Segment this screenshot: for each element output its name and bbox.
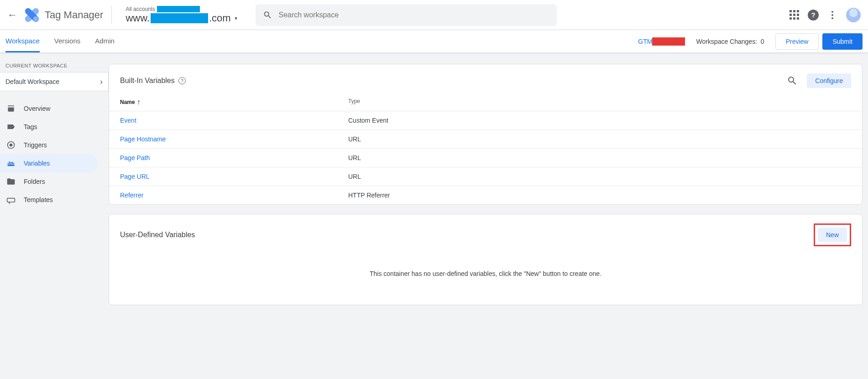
redacted-domain	[151, 13, 208, 23]
tag-icon	[6, 122, 16, 131]
variable-type: URL	[348, 135, 851, 143]
highlight-annotation: New	[814, 223, 851, 246]
sidebar-item-label: Tags	[24, 123, 37, 130]
col-type-header[interactable]: Type	[348, 98, 851, 106]
help-icon[interactable]: ?	[808, 10, 819, 21]
table-row[interactable]: Page Path URL	[109, 148, 862, 167]
variable-name[interactable]: Event	[120, 117, 348, 124]
card-search-icon[interactable]	[787, 75, 798, 86]
preview-button[interactable]: Preview	[775, 33, 819, 50]
sidebar-item-label: Templates	[24, 196, 53, 203]
search-icon	[263, 10, 272, 20]
variable-icon	[6, 159, 16, 168]
redacted-container	[652, 37, 685, 46]
overview-icon	[6, 104, 16, 113]
table-row[interactable]: Referrer HTTP Referrer	[109, 186, 862, 204]
help-icon[interactable]: ?	[178, 77, 186, 84]
search-input[interactable]	[278, 11, 549, 19]
variable-name[interactable]: Referrer	[120, 192, 348, 199]
svg-point-4	[10, 144, 13, 147]
variable-name[interactable]: Page URL	[120, 173, 348, 180]
sidebar-item-label: Variables	[24, 160, 50, 167]
search-bar[interactable]	[256, 4, 557, 26]
svg-point-2	[33, 16, 39, 21]
variable-type: URL	[348, 154, 851, 161]
table-row[interactable]: Page URL URL	[109, 167, 862, 186]
domain-suffix: .com	[209, 12, 231, 24]
domain-prefix: www.	[125, 12, 150, 24]
empty-message: This container has no user-defined varia…	[109, 252, 862, 305]
sidebar: CURRENT WORKSPACE Default Workspace › Ov…	[0, 53, 109, 325]
template-icon	[6, 195, 16, 204]
variable-type: HTTP Referrer	[348, 192, 851, 199]
sidebar-item-label: Overview	[24, 105, 50, 112]
table-row[interactable]: Event Custom Event	[109, 111, 862, 130]
nav-list: Overview Tags Triggers Variables Folders…	[0, 99, 109, 209]
logo-area: Tag Manager	[25, 6, 112, 24]
back-arrow-icon[interactable]: ←	[7, 5, 19, 25]
sub-nav: Workspace Versions Admin GTM Workspace C…	[0, 30, 868, 53]
gtm-logo-icon	[25, 8, 39, 22]
chevron-right-icon: ›	[100, 77, 103, 87]
sort-arrow-icon: ↑	[137, 98, 141, 106]
tab-workspace[interactable]: Workspace	[5, 30, 40, 52]
main-tabs: Workspace Versions Admin	[5, 30, 115, 52]
sidebar-item-label: Folders	[24, 178, 45, 185]
variable-name[interactable]: Page Hostname	[120, 135, 348, 143]
header-icons: ?	[789, 8, 861, 22]
sidebar-item-templates[interactable]: Templates	[0, 191, 98, 209]
tab-admin[interactable]: Admin	[95, 30, 115, 52]
top-header: ← Tag Manager All accounts www. .com ▾ ?	[0, 0, 868, 30]
configure-button[interactable]: Configure	[807, 73, 851, 88]
sidebar-item-overview[interactable]: Overview	[0, 99, 98, 118]
variable-type: URL	[348, 173, 851, 180]
sidebar-item-label: Triggers	[24, 141, 47, 149]
builtin-title: Built-In Variables ?	[120, 77, 186, 85]
current-workspace-label: CURRENT WORKSPACE	[0, 63, 109, 72]
submit-button[interactable]: Submit	[822, 33, 863, 50]
workspace-selector[interactable]: Default Workspace ›	[0, 72, 109, 91]
variable-name[interactable]: Page Path	[120, 154, 348, 161]
workspace-changes: Workspace Changes: 0	[696, 38, 764, 45]
container-id[interactable]: GTM	[638, 37, 685, 46]
all-accounts-label: All accounts	[125, 6, 155, 12]
folder-icon	[6, 177, 16, 186]
builtin-variables-card: Built-In Variables ? Configure Name ↑ Ty…	[109, 64, 863, 205]
avatar[interactable]	[846, 8, 861, 22]
table-header: Name ↑ Type	[109, 93, 862, 111]
sidebar-item-triggers[interactable]: Triggers	[0, 136, 98, 154]
workspace-name: Default Workspace	[5, 78, 59, 85]
more-icon[interactable]	[827, 10, 838, 21]
main-content: Built-In Variables ? Configure Name ↑ Ty…	[109, 53, 868, 325]
variable-type: Custom Event	[348, 117, 851, 124]
userdef-variables-card: User-Defined Variables New This containe…	[109, 214, 863, 305]
dropdown-caret-icon: ▾	[235, 15, 237, 21]
account-selector[interactable]: All accounts www. .com ▾	[117, 6, 241, 24]
table-row[interactable]: Page Hostname URL	[109, 130, 862, 148]
new-button[interactable]: New	[818, 228, 847, 242]
sidebar-item-folders[interactable]: Folders	[0, 172, 98, 191]
tab-versions[interactable]: Versions	[54, 30, 81, 52]
userdef-title: User-Defined Variables	[120, 231, 195, 239]
sidebar-item-variables[interactable]: Variables	[0, 154, 98, 172]
col-name-header[interactable]: Name ↑	[120, 98, 348, 106]
sidebar-item-tags[interactable]: Tags	[0, 118, 98, 136]
app-title: Tag Manager	[45, 9, 103, 21]
apps-icon[interactable]	[789, 10, 800, 21]
redacted-account	[157, 6, 200, 12]
trigger-icon	[6, 140, 16, 150]
